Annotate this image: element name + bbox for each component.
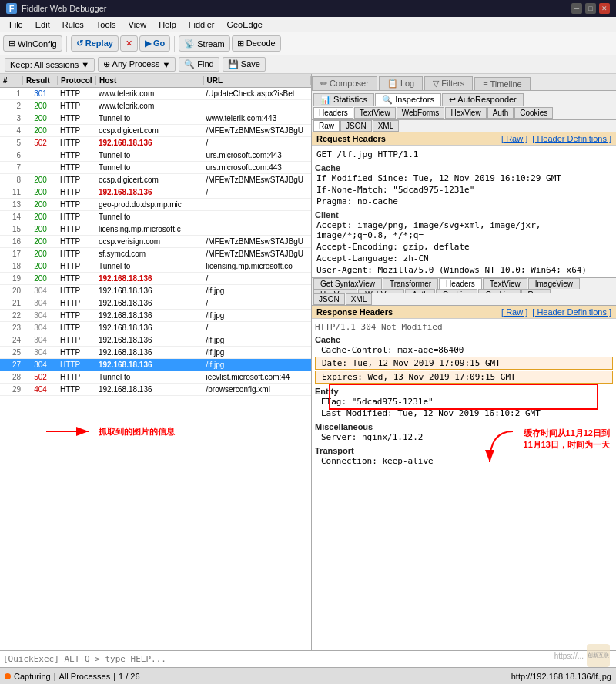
cell-host: Tunnel to	[96, 163, 204, 172]
table-row[interactable]: 14 200 HTTP Tunnel to	[0, 211, 311, 223]
menu-tools[interactable]: Tools	[90, 18, 122, 31]
col-header-host[interactable]: Host	[96, 76, 204, 85]
tab-getsyntaxview[interactable]: Get SyntaxView	[313, 278, 382, 289]
table-row[interactable]: 6 HTTP Tunnel to urs.microsoft.com:443	[0, 149, 311, 162]
table-row[interactable]: 19 200 HTTP 192.168.18.136 /	[0, 273, 311, 285]
menu-file[interactable]: File	[3, 18, 29, 31]
table-row[interactable]: 28 502 HTTP Tunnel to iecvlist.microsoft…	[0, 371, 311, 384]
stream-button[interactable]: 📡 Stream	[179, 35, 229, 52]
table-row[interactable]: 21 304 HTTP 192.168.18.136 /	[0, 297, 311, 310]
keep-sessions-button[interactable]: Keep: All sessions ▼	[5, 58, 95, 72]
table-row[interactable]: 7 HTTP Tunnel to urs.microsoft.com:443	[0, 162, 311, 174]
inspector-sub-tab-bar: Headers TextView WebForms HexView Auth C…	[312, 106, 616, 120]
menu-edit[interactable]: Edit	[29, 18, 56, 31]
table-row[interactable]: 16 200 HTTP ocsp.verisign.com /MFEwTzBNM…	[0, 236, 311, 248]
go-button[interactable]: ▶ Go	[139, 35, 170, 52]
table-row[interactable]: 25 304 HTTP 192.168.18.136 /lf.jpg	[0, 347, 311, 359]
menu-geoedge[interactable]: GeoEdge	[220, 18, 268, 31]
response-status-line: HTTP/1.1 304 Not Modified	[315, 322, 613, 332]
resp-raw-link[interactable]: [ Raw ]	[501, 307, 527, 317]
cell-num: 29	[0, 385, 23, 394]
table-row[interactable]: 27 304 HTTP 192.168.18.136 /lf.jpg	[0, 359, 311, 371]
cell-host: 192.168.18.136	[96, 299, 204, 307]
table-row[interactable]: 18 200 HTTP Tunnel to licensing.mp.micro…	[0, 260, 311, 273]
watermark: https://... 创新互联	[554, 644, 610, 667]
cell-protocol: HTTP	[58, 237, 96, 246]
quickexec-input[interactable]	[3, 654, 613, 664]
table-row[interactable]: 3 200 HTTP Tunnel to www.telerik.com:443	[0, 112, 311, 125]
tab-transformer[interactable]: Transformer	[383, 278, 438, 289]
tab-imageview[interactable]: ImageView	[528, 278, 580, 289]
tab-headers[interactable]: Headers	[313, 107, 353, 119]
table-row[interactable]: 17 200 HTTP sf.symcd.com /MFEwTzBNMEswST…	[0, 248, 311, 260]
table-row[interactable]: 15 200 HTTP licensing.mp.microsoft.c	[0, 223, 311, 236]
table-row[interactable]: 4 200 HTTP ocsp.digicert.com /MFEwTzBNME…	[0, 125, 311, 137]
table-row[interactable]: 13 200 HTTP geo-prod.do.dsp.mp.mic	[0, 199, 311, 211]
replay-button[interactable]: ↺ Replay	[71, 35, 119, 52]
winconfig-button[interactable]: ⊞ WinConfig	[3, 35, 62, 52]
menu-view[interactable]: View	[122, 18, 153, 31]
col-header-result[interactable]: Result	[23, 76, 58, 85]
table-row[interactable]: 2 200 HTTP www.telerik.com	[0, 100, 311, 112]
table-row[interactable]: 20 304 HTTP 192.168.18.136 /lf.jpg	[0, 285, 311, 297]
table-row[interactable]: 8 200 HTTP ocsp.digicert.com /MFEwTzBNME…	[0, 174, 311, 186]
any-process-button[interactable]: ⊕ Any Process ▼	[98, 57, 176, 72]
decode-button[interactable]: ⊞ Decode	[232, 35, 281, 52]
menu-rules[interactable]: Rules	[56, 18, 90, 31]
col-header-url[interactable]: URL	[204, 76, 312, 85]
tab-xml[interactable]: XML	[373, 120, 400, 132]
status-left: Capturing | All Processes | 1 / 26	[5, 672, 140, 681]
cell-url: /lf.jpg	[204, 287, 312, 295]
sessions-list[interactable]: 1 301 HTTP www.telerik.com /UpdateCheck.…	[0, 88, 311, 650]
tab-composer[interactable]: ✏ Composer	[312, 76, 377, 90]
menu-help[interactable]: Help	[152, 18, 182, 31]
title-bar: F Fiddler Web Debugger ─ □ ✕	[0, 0, 616, 17]
tab-resp-textview[interactable]: TextView	[483, 278, 527, 289]
resp-entity-title: Entity	[315, 387, 613, 396]
tab-statistics[interactable]: 📊 Statistics	[313, 93, 374, 106]
tab-resp-json[interactable]: JSON	[313, 293, 345, 305]
minimize-button[interactable]: ─	[571, 3, 582, 14]
tab-auth[interactable]: Auth	[487, 107, 514, 119]
raw-link[interactable]: [ Raw ]	[501, 134, 527, 143]
tab-webforms[interactable]: WebForms	[397, 107, 445, 119]
tab-inspectors[interactable]: 🔍 Inspectors	[375, 93, 441, 106]
resp-cache-item-2: Expires: Wed, 13 Nov 2019 17:09:15 GMT	[315, 370, 613, 384]
resp-header-definitions-link[interactable]: [ Header Definitions ]	[532, 307, 611, 317]
table-row[interactable]: 5 502 HTTP 192.168.18.136 /	[0, 137, 311, 149]
req-client-item-1: Accept-Encoding: gzip, deflate	[315, 241, 613, 253]
table-row[interactable]: 1 301 HTTP www.telerik.com /UpdateCheck.…	[0, 88, 311, 100]
tab-hexview[interactable]: HexView	[445, 107, 486, 119]
table-row[interactable]: 11 200 HTTP 192.168.18.136 /	[0, 186, 311, 199]
table-row[interactable]: 29 404 HTTP 192.168.18.136 /browserconfi…	[0, 384, 311, 396]
tab-timeline[interactable]: ≡ Timeline	[474, 77, 530, 90]
cell-url: /	[204, 299, 312, 307]
cell-result: 200	[23, 274, 58, 283]
remove-button[interactable]: ✕	[120, 35, 138, 52]
tab-autoresponder[interactable]: ↩ AutoResponder	[442, 93, 524, 106]
tab-cookies[interactable]: Cookies	[514, 107, 553, 119]
tab-filters[interactable]: ▽ Filters	[424, 76, 473, 90]
maximize-button[interactable]: □	[585, 3, 596, 14]
tab-textview[interactable]: TextView	[354, 107, 396, 119]
table-row[interactable]: 24 304 HTTP 192.168.18.136 /lf.jpg	[0, 334, 311, 347]
cell-host: 192.168.18.136	[96, 188, 204, 196]
log-icon: 📋	[387, 79, 398, 88]
save-button[interactable]: 💾 Save	[223, 57, 266, 72]
tab-resp-xml[interactable]: XML	[346, 293, 373, 305]
table-row[interactable]: 23 304 HTTP 192.168.18.136 /	[0, 322, 311, 334]
table-row[interactable]: 22 304 HTTP 192.168.18.136 /lf.jpg	[0, 310, 311, 322]
col-header-protocol[interactable]: Protocol	[58, 76, 96, 85]
close-button[interactable]: ✕	[599, 3, 610, 14]
cell-url: /MFEwTzBNMEswSTAJBgU	[204, 126, 312, 135]
header-definitions-link[interactable]: [ Header Definitions ]	[532, 134, 611, 143]
cell-host: 192.168.18.136	[96, 311, 204, 320]
tab-raw[interactable]: Raw	[313, 120, 340, 132]
col-header-num[interactable]: #	[0, 76, 23, 85]
menu-fiddler[interactable]: Fiddler	[182, 18, 221, 31]
cell-url: /	[204, 139, 312, 147]
tab-resp-headers[interactable]: Headers	[439, 278, 482, 289]
tab-log[interactable]: 📋 Log	[379, 76, 423, 90]
find-button[interactable]: 🔍 Find	[179, 57, 219, 72]
tab-json[interactable]: JSON	[340, 120, 372, 132]
